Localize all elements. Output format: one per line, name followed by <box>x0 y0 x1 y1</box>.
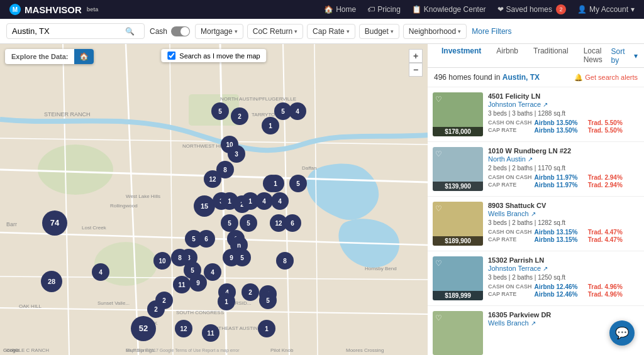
cap-airbnb-val-0: Airbnb 13.50% <box>535 127 586 134</box>
listing-address-4: 16305 Parkview DR <box>488 311 639 319</box>
filter-budget[interactable]: Budget ▾ <box>359 24 399 39</box>
listing-info-2: 8903 Shattuck CV Wells Branch ↗ 3 beds |… <box>488 202 639 246</box>
listing-card[interactable]: ♡ $178,000 4501 Felicity LN Johnston Ter… <box>428 87 644 142</box>
cash-airbnb-val-1: Airbnb 11.97% <box>535 174 586 181</box>
map-area[interactable]: STEINER RANCH NORTH AUSTIN/PFLUGERVILLE … <box>0 44 428 355</box>
filter-label-mortgage: Mortgage <box>201 27 233 36</box>
sort-by-btn[interactable]: Sort by ▾ <box>611 47 638 65</box>
svg-text:RIVERSID...: RIVERSID... <box>223 300 251 306</box>
svg-text:STEINER RANCH: STEINER RANCH <box>44 111 91 117</box>
nav-label-home: Home <box>336 5 356 14</box>
results-city: Austin, TX <box>502 73 540 82</box>
tab-traditional[interactable]: Traditional <box>526 44 576 70</box>
search-as-move-checkbox[interactable] <box>167 52 175 60</box>
logo-text: MASHVISOR <box>25 4 82 15</box>
nav-icon-saved: ❤ <box>497 5 504 14</box>
filter-label-coc_return: CoC Return <box>253 27 292 36</box>
svg-text:Map data ©2017 Google  Terms o: Map data ©2017 Google Terms of Use Repor… <box>126 348 240 353</box>
svg-text:NORTH AUSTIN/PFLUGERVILLE: NORTH AUSTIN/PFLUGERVILLE <box>220 96 296 102</box>
search-as-move-label: Search as I move the map <box>179 52 260 60</box>
cap-airbnb-val-2: Airbnb 13.15% <box>535 236 586 243</box>
listing-info-1: 1010 W Rundberg LN #22 North Austin ↗ 2 … <box>488 147 639 191</box>
nav-label-knowledge: Knowledge Center <box>424 5 486 14</box>
map-svg: STEINER RANCH NORTH AUSTIN/PFLUGERVILLE … <box>0 44 428 355</box>
listing-image-3: ♡ $189,999 <box>433 256 483 300</box>
listing-neighborhood-0[interactable]: Johnston Terrace ↗ <box>488 101 639 108</box>
listing-neighborhood-3[interactable]: Johnston Terrace ↗ <box>488 265 639 272</box>
listing-stats-0: CASH ON CASH Airbnb 13.50% Trad. 5.50% C… <box>488 119 639 134</box>
listing-neighborhood-2[interactable]: Wells Branch ↗ <box>488 210 639 217</box>
listing-card[interactable]: ♡ $189,999 15302 Parrish LN Johnston Ter… <box>428 251 644 306</box>
ext-link-icon-2[interactable]: ↗ <box>531 210 536 217</box>
nav-item-pricing[interactable]: 🏷Pricing <box>367 4 401 14</box>
favorite-icon-0[interactable]: ♡ <box>435 95 442 104</box>
listing-card[interactable]: ♡ $139,900 1010 W Rundberg LN #22 North … <box>428 142 644 197</box>
svg-text:Hornsby Bend: Hornsby Bend <box>365 266 397 271</box>
tab-airbnb[interactable]: Airbnb <box>489 44 526 70</box>
listing-info-3: 15302 Parrish LN Johnston Terrace ↗ 3 be… <box>488 256 639 300</box>
top-navigation: M MASHVISOR beta 🏠Home🏷Pricing📋Knowledge… <box>0 0 644 19</box>
favorite-icon-2[interactable]: ♡ <box>435 204 442 213</box>
cash-on-cash-label-0: CASH ON CASH <box>488 119 532 126</box>
explore-bar: Explore the Data: 🏠 <box>5 49 94 64</box>
favorite-icon-4[interactable]: ♡ <box>435 314 442 322</box>
logo-icon: M <box>9 4 21 15</box>
filter-neighborhood[interactable]: Neighborhood ▾ <box>403 24 467 39</box>
cap-airbnb-val-3: Airbnb 12.46% <box>535 291 586 298</box>
toggle-knob <box>180 27 189 36</box>
listing-beds-2: 3 beds | 2 baths | 1282 sq.ft <box>488 219 639 226</box>
nav-item-saved[interactable]: ❤Saved homes2 <box>497 4 566 14</box>
filter-label-neighborhood: Neighborhood <box>409 27 456 36</box>
cash-trad-val-3: Trad. 4.96% <box>588 283 639 290</box>
search-as-move-bar: Search as I move the map <box>161 49 266 62</box>
cap-rate-label-1: CAP RATE <box>488 182 532 188</box>
tab-investment[interactable]: Investment <box>434 44 489 70</box>
ext-link-icon-3[interactable]: ↗ <box>543 265 548 272</box>
location-search[interactable]: 🔍 <box>6 23 145 39</box>
listing-price-0: $178,000 <box>433 127 483 136</box>
ext-link-icon-1[interactable]: ↗ <box>528 156 533 163</box>
listing-address-2: 8903 Shattuck CV <box>488 202 639 209</box>
cap-airbnb-val-1: Airbnb 11.97% <box>535 182 586 188</box>
filter-coc_return[interactable]: CoC Return ▾ <box>247 24 303 39</box>
cash-toggle[interactable] <box>171 26 190 36</box>
more-filters-btn[interactable]: More Filters <box>472 27 511 36</box>
favorite-icon-3[interactable]: ♡ <box>435 259 442 268</box>
filter-mortgage[interactable]: Mortgage ▾ <box>195 24 243 39</box>
explore-label: Explore the Data: <box>5 50 74 63</box>
results-count-text: 496 homes found in Austin, TX <box>434 73 540 82</box>
cash-on-cash-label-3: CASH ON CASH <box>488 283 532 290</box>
cash-on-cash-label-1: CASH ON CASH <box>488 174 532 181</box>
listing-card[interactable]: ♡ $189,900 8903 Shattuck CV Wells Branch… <box>428 197 644 251</box>
search-bar: 🔍 Cash Mortgage ▾CoC Return ▾Cap Rate ▾B… <box>0 19 644 44</box>
favorite-icon-1[interactable]: ♡ <box>435 150 442 158</box>
alert-button[interactable]: 🔔 Get search alerts <box>574 74 638 82</box>
zoom-out-button[interactable]: − <box>409 63 423 77</box>
nav-item-knowledge[interactable]: 📋Knowledge Center <box>412 4 486 14</box>
search-input[interactable] <box>12 26 125 36</box>
caret-icon: ▾ <box>347 28 350 35</box>
explore-home-button[interactable]: 🏠 <box>74 49 94 64</box>
filter-label-cap_rate: Cap Rate <box>313 27 345 36</box>
ext-link-icon-4[interactable]: ↗ <box>531 320 536 327</box>
logo[interactable]: M MASHVISOR beta <box>9 4 98 15</box>
ext-link-icon-0[interactable]: ↗ <box>543 101 548 108</box>
cash-airbnb-val-0: Airbnb 13.50% <box>535 119 586 126</box>
chat-widget[interactable]: 💬 <box>609 320 635 346</box>
filter-cap_rate[interactable]: Cap Rate ▾ <box>307 24 355 39</box>
cap-trad-val-3: Trad. 4.96% <box>588 291 639 298</box>
tab-local_news[interactable]: Local News <box>576 44 611 70</box>
svg-text:Moores Crossing: Moores Crossing <box>346 347 384 353</box>
listing-stats-3: CASH ON CASH Airbnb 12.46% Trad. 4.96% C… <box>488 283 639 298</box>
listing-image-4: ♡ <box>433 311 483 355</box>
nav-label-account: My Account <box>589 5 628 14</box>
listing-neighborhood-1[interactable]: North Austin ↗ <box>488 155 639 163</box>
zoom-in-button[interactable]: + <box>409 49 423 63</box>
nav-item-account[interactable]: 👤My Account ▾ <box>577 4 635 14</box>
beta-label: beta <box>87 6 99 13</box>
nav-icon-account: 👤 <box>577 5 587 14</box>
nav-item-home[interactable]: 🏠Home <box>324 4 356 14</box>
svg-text:OAK HILL: OAK HILL <box>19 303 42 309</box>
results-panel: InvestmentAirbnbTraditionalLocal News So… <box>428 44 644 355</box>
cap-rate-label-0: CAP RATE <box>488 127 532 134</box>
